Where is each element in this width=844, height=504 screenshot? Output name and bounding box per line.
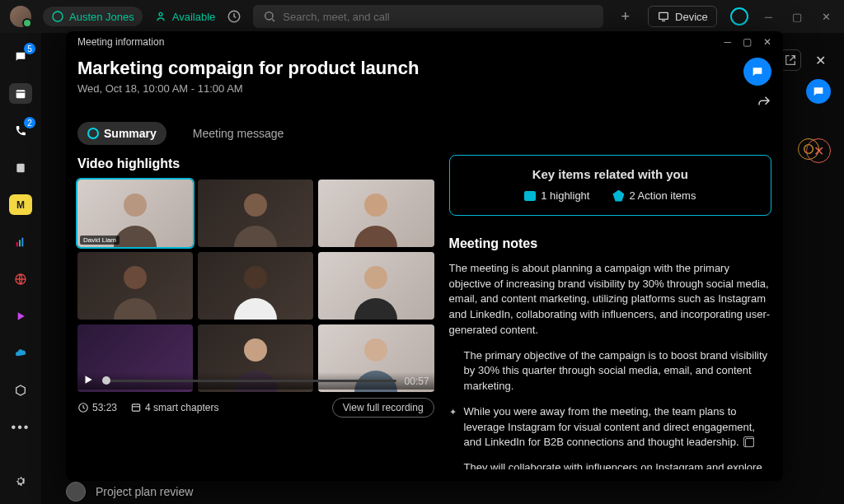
action-items-count[interactable]: 2 Action items — [612, 189, 696, 202]
calendar-nav[interactable] — [9, 83, 32, 104]
apps-nav[interactable] — [9, 380, 32, 400]
device-button[interactable]: Device — [648, 6, 717, 27]
video-tile[interactable] — [318, 180, 434, 247]
web-nav[interactable] — [9, 268, 32, 289]
tab-summary[interactable]: Summary — [77, 122, 166, 145]
video-meta: 53:23 4 smart chapters View full recordi… — [77, 398, 434, 418]
video-tile[interactable] — [318, 252, 434, 320]
ai-chat-button[interactable] — [743, 58, 771, 86]
gear-icon — [14, 474, 27, 488]
meeting-title: Marketing compaign for product launch — [77, 58, 419, 79]
key-items-title: Key items related with you — [465, 167, 756, 181]
available-icon — [154, 10, 167, 23]
video-scrubber[interactable] — [102, 380, 396, 382]
chapters-label: 4 smart chapters — [145, 402, 218, 413]
presence-icon — [51, 10, 64, 23]
tab-bar: Summary Meeting message — [66, 109, 783, 152]
panel-maximize[interactable]: ▢ — [743, 36, 752, 48]
video-tile[interactable] — [198, 252, 313, 320]
more-nav[interactable]: ••• — [9, 417, 32, 437]
notes-paragraph: They will collaborate with influencers o… — [449, 460, 771, 469]
clock-icon — [77, 402, 89, 413]
video-playbar: 00:57 — [77, 372, 434, 390]
search-input[interactable] — [283, 11, 593, 23]
ai-assistant-icon[interactable] — [730, 7, 748, 26]
play-icon — [14, 310, 27, 323]
meeting-info-panel: Meeting information ─ ▢ ✕ Marketing comp… — [66, 31, 783, 481]
notes-paragraph: The primary objective of the campaign is… — [449, 348, 771, 394]
meeting-datetime: Wed, Oct 18, 10:00 AM - 11:00 AM — [77, 82, 419, 95]
app-topbar: Austen Jones Available + Device ─ ▢ ✕ — [0, 0, 844, 33]
window-maximize[interactable]: ▢ — [789, 11, 805, 23]
window-minimize[interactable]: ─ — [762, 11, 776, 23]
media-nav[interactable] — [9, 306, 32, 326]
calls-badge: 2 — [24, 117, 35, 128]
next-meeting-peek[interactable]: Project plan review — [66, 483, 429, 501]
globe-icon — [14, 273, 27, 286]
calendar-icon — [14, 87, 27, 100]
svg-point-1 — [159, 12, 162, 16]
svg-rect-13 — [132, 404, 139, 411]
chat-bubble-icon — [812, 85, 825, 98]
analytics-icon — [14, 236, 27, 249]
tile-label: David Liam — [80, 236, 120, 245]
video-duration: 53:23 — [92, 402, 117, 413]
user-pill[interactable]: Austen Jones — [43, 7, 143, 26]
miro-app[interactable]: M — [9, 194, 32, 215]
history-icon[interactable] — [227, 9, 241, 24]
hex-icon — [14, 384, 27, 397]
view-full-recording-button[interactable]: View full recording — [332, 398, 434, 418]
svg-rect-4 — [659, 12, 668, 19]
svg-rect-6 — [16, 163, 24, 172]
notes-title: Meeting notes — [449, 234, 771, 253]
panel-close[interactable]: ✕ — [763, 36, 771, 48]
left-nav-rail: 5 2 M ••• — [0, 33, 41, 504]
salesforce-app[interactable] — [9, 343, 32, 363]
svg-point-3 — [265, 12, 273, 20]
notes-p4-text: They will collaborate with influencers o… — [464, 461, 762, 469]
copy-icon[interactable] — [745, 438, 754, 447]
device-label: Device — [675, 11, 708, 23]
highlight-count[interactable]: 1 highlight — [524, 189, 589, 202]
calls-nav[interactable]: 2 — [9, 120, 32, 141]
chat-icon — [751, 65, 764, 78]
video-tile[interactable]: David Liam — [77, 180, 193, 247]
key-items-card[interactable]: Key items related with you 1 highlight 2… — [449, 155, 771, 216]
profile-avatar[interactable] — [10, 6, 31, 27]
play-button[interactable] — [82, 374, 94, 388]
add-button[interactable]: + — [615, 8, 637, 26]
video-tile[interactable] — [198, 180, 313, 247]
chapters-icon — [130, 402, 142, 413]
ai-chat-bubble[interactable] — [806, 79, 831, 104]
device-icon — [657, 10, 670, 23]
svg-rect-7 — [16, 242, 18, 246]
notes-paragraph: The meeting is about planning a campaign… — [449, 261, 771, 338]
analytics-nav[interactable] — [9, 231, 32, 252]
bg-close-icon[interactable]: ✕ — [809, 49, 831, 71]
tab-message[interactable]: Meeting message — [183, 122, 294, 145]
play-icon — [82, 374, 94, 385]
settings-nav[interactable] — [9, 470, 32, 491]
pin-icon — [612, 190, 624, 202]
action-count-label: 2 Action items — [629, 189, 696, 202]
window-close[interactable]: ✕ — [818, 11, 834, 23]
status-label: Available — [172, 11, 216, 23]
contacts-nav[interactable] — [9, 157, 32, 178]
panel-minimize[interactable]: ─ — [724, 36, 731, 48]
notes-p3-text: While you were away from the meeting, th… — [464, 405, 755, 448]
svg-rect-9 — [21, 237, 23, 246]
cloud-icon — [14, 347, 27, 360]
share-icon[interactable] — [757, 94, 771, 109]
status-pill[interactable]: Available — [154, 10, 216, 23]
bg-close-circle[interactable]: ✕ — [806, 138, 831, 163]
panel-header: Meeting information ─ ▢ ✕ — [66, 31, 783, 53]
contacts-icon — [14, 161, 27, 175]
search-bar[interactable] — [253, 5, 603, 28]
video-tile[interactable] — [77, 252, 193, 320]
chat-nav[interactable]: 5 — [9, 46, 32, 67]
more-icon: ••• — [12, 420, 30, 435]
background-window-controls: ✕ — [780, 49, 831, 71]
video-current-time: 00:57 — [405, 376, 429, 387]
miro-icon: M — [16, 199, 25, 211]
next-meeting-title: Project plan review — [96, 485, 193, 498]
